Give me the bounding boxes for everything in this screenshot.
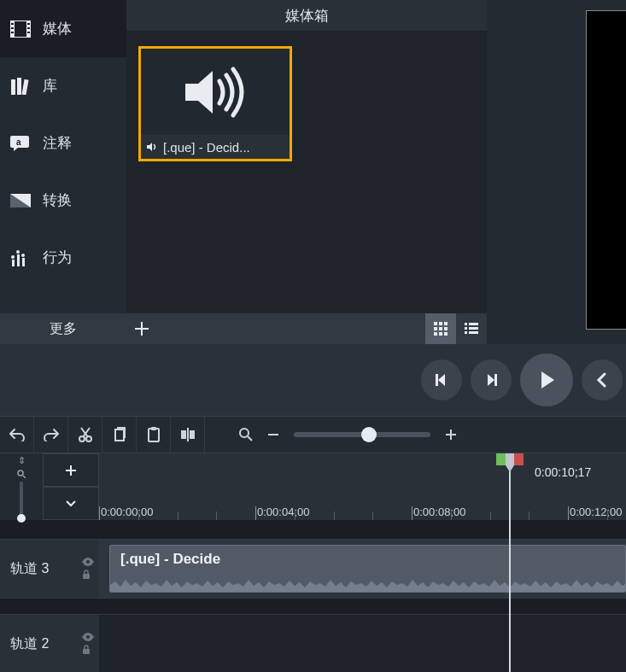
step-forward-button[interactable] <box>471 359 512 400</box>
ruler-label: 0:00:04;00 <box>257 505 309 518</box>
split-button[interactable] <box>171 416 205 453</box>
copy-button[interactable] <box>102 416 137 453</box>
media-bin-title: 媒体箱 <box>126 0 487 31</box>
play-button[interactable] <box>520 354 573 406</box>
ruler-label: 0:00:12;00 <box>570 505 622 518</box>
ruler-label: 0:00:08;00 <box>413 505 465 518</box>
track-row: 轨道 3 [.que] - Decide <box>0 539 626 599</box>
lock-icon[interactable] <box>82 570 94 580</box>
add-track-button[interactable] <box>43 453 99 487</box>
sidebar-item-media[interactable]: 媒体 <box>0 0 126 57</box>
svg-rect-42 <box>151 427 156 430</box>
transition-icon <box>10 190 31 211</box>
svg-rect-35 <box>469 331 478 334</box>
copy-icon <box>113 427 126 442</box>
svg-rect-29 <box>444 332 448 336</box>
sidebar-item-transitions[interactable]: 转换 <box>0 172 126 229</box>
playhead-handle[interactable] <box>496 453 524 470</box>
plus-icon <box>135 322 149 336</box>
eye-icon[interactable] <box>82 633 94 641</box>
sidebar-item-library[interactable]: 库 <box>0 57 126 114</box>
svg-rect-21 <box>434 322 437 325</box>
plus-icon <box>66 465 76 476</box>
zoom-slider[interactable] <box>294 432 430 437</box>
add-media-button[interactable] <box>126 313 157 344</box>
minus-icon <box>268 429 278 440</box>
svg-point-18 <box>11 255 15 259</box>
eye-icon[interactable] <box>82 558 94 566</box>
ruler-label: 0:00:00;00 <box>101 505 153 518</box>
media-bin-footer <box>126 313 487 344</box>
svg-rect-16 <box>17 254 20 266</box>
step-back-button[interactable] <box>421 359 462 400</box>
annotation-icon: a <box>10 133 31 154</box>
track-lane[interactable]: [.que] - Decide <box>99 540 626 598</box>
prev-clip-button[interactable] <box>582 359 623 400</box>
svg-rect-34 <box>465 331 467 334</box>
waveform-icon <box>110 575 626 592</box>
svg-rect-52 <box>514 453 524 465</box>
svg-rect-5 <box>11 32 14 33</box>
svg-rect-44 <box>190 430 195 439</box>
sidebar-item-behaviors[interactable]: 行为 <box>0 229 126 286</box>
svg-rect-49 <box>450 429 452 440</box>
preview-canvas[interactable] <box>586 10 626 330</box>
track-header[interactable]: 轨道 2 <box>0 615 99 672</box>
svg-rect-37 <box>494 374 497 386</box>
collapse-tracks-button[interactable] <box>43 487 99 520</box>
zoom-in-button[interactable] <box>441 416 461 453</box>
media-item[interactable]: [.que] - Decid... <box>138 46 292 161</box>
track-name: 轨道 2 <box>10 635 49 653</box>
sidebar-item-label: 库 <box>43 76 57 96</box>
svg-rect-31 <box>469 323 478 325</box>
plus-icon <box>446 429 456 440</box>
playhead[interactable]: 0:00:10;17 <box>509 459 511 672</box>
speaker-small-icon <box>146 142 158 152</box>
sidebar: 媒体 库 a 注释 转换 行为 更多 <box>0 0 126 344</box>
sidebar-more-button[interactable]: 更多 <box>0 313 126 344</box>
track-name: 轨道 3 <box>10 560 49 578</box>
svg-rect-23 <box>444 322 448 325</box>
zoom-slider-knob[interactable] <box>361 427 377 442</box>
media-item-caption-row: [.que] - Decid... <box>141 135 290 159</box>
audio-clip[interactable]: [.que] - Decide <box>109 545 626 593</box>
undo-icon <box>9 428 25 441</box>
step-forward-icon <box>483 371 500 389</box>
redo-button[interactable] <box>34 416 68 453</box>
track-header[interactable]: 轨道 3 <box>0 540 99 598</box>
svg-rect-10 <box>17 78 21 95</box>
svg-rect-45 <box>187 428 189 441</box>
svg-rect-26 <box>444 327 448 330</box>
books-icon <box>10 76 31 96</box>
double-arrow-icon: ⇕ <box>18 455 26 466</box>
split-icon <box>180 427 196 442</box>
track-height-slider[interactable] <box>20 482 23 519</box>
svg-text:a: a <box>16 137 21 147</box>
grid-view-button[interactable] <box>425 313 456 344</box>
paste-button[interactable] <box>137 416 171 453</box>
undo-button[interactable] <box>0 416 34 453</box>
timeline-ruler[interactable]: 0:00:00;00 0:00:04;00 0:00:08;00 0:00:12… <box>99 453 626 520</box>
track-header-controls: ⇕ <box>0 453 99 520</box>
svg-point-55 <box>86 635 90 639</box>
sidebar-item-annotations[interactable]: a 注释 <box>0 114 126 172</box>
svg-rect-47 <box>268 434 278 435</box>
svg-rect-25 <box>439 327 442 330</box>
zoom-out-button[interactable] <box>263 416 284 453</box>
svg-rect-15 <box>12 260 15 266</box>
lock-icon[interactable] <box>82 645 94 655</box>
sidebar-item-label: 注释 <box>43 133 72 153</box>
svg-rect-28 <box>439 332 442 336</box>
svg-rect-56 <box>83 649 90 654</box>
svg-rect-22 <box>439 322 442 325</box>
svg-rect-3 <box>11 23 14 25</box>
chevron-left-icon <box>594 372 610 388</box>
track-lane[interactable] <box>99 615 626 672</box>
redo-icon <box>44 428 59 441</box>
chevron-down-icon <box>66 500 76 507</box>
cut-button[interactable] <box>68 416 102 453</box>
track-height-knob[interactable] <box>17 514 26 523</box>
list-view-button[interactable] <box>456 313 487 344</box>
media-bin-body[interactable]: [.que] - Decid... <box>126 31 487 313</box>
svg-rect-51 <box>496 453 506 465</box>
